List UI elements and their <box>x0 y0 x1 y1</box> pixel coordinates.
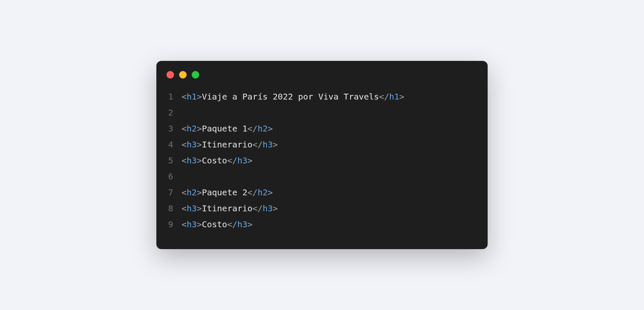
line-number: 7 <box>166 184 182 200</box>
punct-token: < <box>182 219 187 229</box>
punct-token: < <box>182 203 187 213</box>
tag-token: h3 <box>263 203 273 213</box>
punct-token: > <box>197 139 202 150</box>
punct-token: </ <box>253 203 263 213</box>
tag-token: h2 <box>187 123 197 134</box>
punct-token: < <box>182 123 187 134</box>
line-number: 3 <box>166 121 182 137</box>
line-content[interactable]: <h3>Itinerario</h3> <box>182 200 278 216</box>
punct-token: < <box>182 155 187 166</box>
punct-token: > <box>273 203 278 213</box>
tag-token: h2 <box>187 187 197 197</box>
line-number: 2 <box>166 105 182 121</box>
minimize-icon[interactable] <box>179 71 187 79</box>
punct-token: > <box>197 219 202 229</box>
code-area[interactable]: 1<h1>Viaje a París 2022 por Viva Travels… <box>156 82 488 249</box>
tag-token: h3 <box>238 155 248 166</box>
punct-token: > <box>268 123 273 134</box>
punct-token: > <box>197 203 202 213</box>
punct-token: > <box>197 187 202 197</box>
punct-token: < <box>182 139 187 150</box>
code-line[interactable]: 8<h3>Itinerario</h3> <box>166 200 478 216</box>
line-content[interactable]: <h2>Paquete 1</h2> <box>182 121 273 137</box>
line-content[interactable] <box>182 105 187 121</box>
tag-token: h2 <box>258 123 268 134</box>
line-number: 8 <box>166 200 182 216</box>
punct-token: </ <box>248 187 258 197</box>
line-content[interactable]: <h3>Itinerario</h3> <box>182 137 278 152</box>
punct-token: > <box>197 92 202 102</box>
text-token: Viaje a París 2022 por Viva Travels <box>202 92 379 102</box>
line-number: 5 <box>166 152 182 168</box>
code-line[interactable]: 2 <box>166 105 478 121</box>
punct-token: </ <box>227 155 237 166</box>
text-token: Costo <box>202 155 227 166</box>
tag-token: h3 <box>187 155 197 166</box>
code-line[interactable]: 4<h3>Itinerario</h3> <box>166 137 478 152</box>
punct-token: > <box>268 187 273 197</box>
tag-token: h3 <box>187 139 197 150</box>
text-token: Itinerario <box>202 139 252 150</box>
line-content[interactable] <box>182 168 187 184</box>
tag-token: h3 <box>187 203 197 213</box>
line-number: 4 <box>166 137 182 152</box>
punct-token: < <box>182 92 187 102</box>
text-token: Paquete 2 <box>202 187 247 197</box>
window-titlebar <box>156 61 488 82</box>
punct-token: < <box>182 187 187 197</box>
line-content[interactable]: <h2>Paquete 2</h2> <box>182 184 273 200</box>
punct-token: </ <box>248 123 258 134</box>
line-content[interactable]: <h1>Viaje a París 2022 por Viva Travels<… <box>182 89 404 105</box>
punct-token: > <box>197 123 202 134</box>
tag-token: h3 <box>238 219 248 229</box>
tag-token: h1 <box>187 92 197 102</box>
code-line[interactable]: 7<h2>Paquete 2</h2> <box>166 184 478 200</box>
line-number: 6 <box>166 168 182 184</box>
tag-token: h2 <box>258 187 268 197</box>
punct-token: </ <box>227 219 237 229</box>
code-line[interactable]: 1<h1>Viaje a París 2022 por Viva Travels… <box>166 89 478 105</box>
tag-token: h1 <box>389 92 399 102</box>
text-token: Paquete 1 <box>202 123 247 134</box>
code-editor-window: 1<h1>Viaje a París 2022 por Viva Travels… <box>156 61 488 249</box>
code-line[interactable]: 3<h2>Paquete 1</h2> <box>166 121 478 137</box>
tag-token: h3 <box>187 219 197 229</box>
punct-token: </ <box>379 92 389 102</box>
code-line[interactable]: 5<h3>Costo</h3> <box>166 152 478 168</box>
line-number: 9 <box>166 216 182 232</box>
punct-token: > <box>248 219 253 229</box>
line-content[interactable]: <h3>Costo</h3> <box>182 152 253 168</box>
punct-token: > <box>197 155 202 166</box>
text-token: Itinerario <box>202 203 252 213</box>
text-token: Costo <box>202 219 227 229</box>
punct-token: > <box>273 139 278 150</box>
close-icon[interactable] <box>166 71 174 79</box>
punct-token: > <box>248 155 253 166</box>
punct-token: </ <box>253 139 263 150</box>
code-line[interactable]: 9<h3>Costo</h3> <box>166 216 478 232</box>
line-content[interactable]: <h3>Costo</h3> <box>182 216 253 232</box>
tag-token: h3 <box>263 139 273 150</box>
line-number: 1 <box>166 89 182 105</box>
punct-token: > <box>399 92 404 102</box>
code-line[interactable]: 6 <box>166 168 478 184</box>
maximize-icon[interactable] <box>192 71 199 79</box>
